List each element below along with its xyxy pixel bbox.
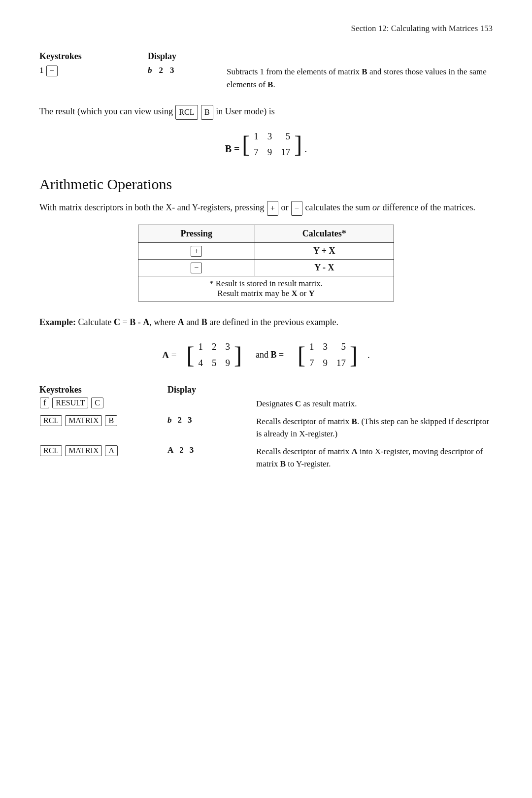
b2-r1c3: 5 (336, 339, 346, 355)
r3-d3: 3 (190, 445, 194, 455)
ops-col-pressing: Pressing (138, 225, 255, 242)
matrices-ab-row: A = [ 1 2 3 4 5 9 ] and B = [ 1 3 5 7 9 … (39, 339, 493, 371)
key-rcl-2: RCL (40, 415, 62, 426)
ops-minus-box: − (191, 263, 202, 273)
ks2-r3-disp: A 2 3 (167, 443, 256, 473)
ops-footnote: * Result is stored in result matrix. Res… (138, 276, 394, 301)
section-heading-arithmetic: Arithmetic Operations (39, 176, 493, 193)
ks2-header: Keystrokes (39, 385, 167, 395)
ks-row1-display: b 2 3 (148, 64, 227, 91)
ops-footnote-row: * Result is stored in result matrix. Res… (138, 276, 394, 301)
ks2-header-1: Keystrokes (39, 385, 82, 395)
a-r1c2: 2 (212, 339, 217, 355)
bracket-right-a: ] (234, 343, 242, 367)
ks-col-header-2: Display (148, 51, 227, 64)
ks-row1-key: 1 − (39, 64, 148, 91)
ops-key-plus: + (138, 242, 255, 259)
ks2-r1-disp (167, 395, 256, 413)
operations-table: Pressing Calculates* + Y + X − Y - X * R… (138, 225, 394, 301)
matrix-a-display: [ 1 2 3 4 5 9 ] (186, 339, 241, 371)
matrix-b-display: [ 1 3 5 7 9 17 ] (242, 129, 302, 161)
ops-col-calculates: Calculates* (255, 225, 394, 242)
ks-row1-desc: Subtracts 1 from the elements of matrix … (227, 64, 493, 91)
arithmetic-section: Arithmetic Operations With matrix descri… (39, 176, 493, 301)
b-r2c2: 9 (267, 144, 272, 160)
ops-calc-minus: Y - X (255, 259, 394, 276)
r2-d3: 3 (188, 415, 192, 425)
ops-table-head: Pressing Calculates* (138, 225, 394, 242)
display-values-1: b 2 3 (148, 66, 174, 75)
key-matrix-3: MATRIX (65, 445, 102, 456)
r2-d1: b (167, 415, 172, 425)
ks-table-2: Keystrokes Display f RESULT C D (39, 385, 493, 473)
b2-r1c1: 1 (309, 339, 314, 355)
page-header: Section 12: Calculating with Matrices 15… (39, 24, 493, 33)
disp-d1: b (148, 66, 152, 75)
example-intro: Example: Calculate C = B - A, where A an… (39, 315, 493, 330)
key-1: 1 (39, 66, 44, 75)
arithmetic-intro: With matrix descriptors in both the X- a… (39, 200, 493, 216)
key-b-2: B (105, 415, 117, 426)
ops-table-body: + Y + X − Y - X * Result is stored in re… (138, 242, 394, 301)
example-section: Example: Calculate C = B - A, where A an… (39, 315, 493, 473)
ks-col-header-1: Keystrokes (39, 51, 148, 64)
key-result: RESULT (52, 398, 88, 408)
matrix-a-label: A = (162, 350, 176, 361)
ks2-r1-key: f RESULT C (39, 395, 167, 413)
top-keystroke-section: Keystrokes Display 1 − b 2 3 Subtracts 1… (39, 51, 493, 91)
a-r2c1: 4 (198, 355, 203, 371)
key-minus-box: − (46, 66, 58, 76)
keystrokes-table-1: Keystrokes Display 1 − b 2 3 Subtracts 1… (39, 51, 493, 91)
matrix-b-eq: B = [ 1 3 5 7 9 17 ] . (39, 129, 493, 161)
ks2-header-disp: Display (167, 385, 256, 395)
a-r2c3: 9 (225, 355, 230, 371)
matrix-b-label-eq: B = (225, 143, 240, 154)
plus-key-inline: + (267, 201, 278, 216)
key-c: C (91, 398, 103, 408)
result-text-block: The result (which you can view using RCL… (39, 104, 493, 120)
header-text: Section 12: Calculating with Matrices 15… (351, 24, 493, 33)
b2-r2c3: 17 (336, 355, 346, 371)
key-matrix-2: MATRIX (65, 415, 102, 426)
ops-row-plus: + Y + X (138, 242, 394, 259)
ks2-r2-disp: b 2 3 (167, 413, 256, 443)
result-line: The result (which you can view using RCL… (39, 104, 493, 120)
keystrokes-section-2: Keystrokes Display f RESULT C D (39, 385, 493, 473)
ks2-r2-desc: Recalls descriptor of matrix B. (This st… (256, 413, 493, 443)
b-key: B (201, 105, 213, 120)
bracket-left-b2: [ (298, 343, 305, 367)
b2-r1c2: 3 (323, 339, 328, 355)
matrices-period: . (367, 350, 370, 361)
ks-col-header-3 (227, 51, 493, 64)
matrix-b2-display: [ 1 3 5 7 9 17 ] (298, 339, 358, 371)
matrix-b-grid: 1 3 5 7 9 17 (254, 129, 290, 161)
and-text: and B = (256, 350, 284, 360)
disp-d2: 2 (159, 66, 164, 75)
rcl-key: RCL (175, 105, 198, 120)
disp-d3: 3 (170, 66, 174, 75)
matrix-b-period: . (304, 143, 307, 154)
r2-d2: 2 (178, 415, 182, 425)
minus-key-inline: − (291, 201, 302, 216)
ks2-r2-key: RCL MATRIX B (39, 413, 167, 443)
ops-calc-plus: Y + X (255, 242, 394, 259)
ops-plus-box: + (191, 246, 202, 257)
a-r1c3: 3 (225, 339, 230, 355)
ks2-header-2: Display (167, 385, 196, 395)
r3-d1: A (167, 445, 173, 455)
key-rcl-3: RCL (40, 445, 62, 456)
bracket-left-1: [ (242, 133, 250, 156)
r3-d2: 2 (179, 445, 184, 455)
key-f: f (40, 398, 49, 408)
ops-row-minus: − Y - X (138, 259, 394, 276)
b-r2c1: 7 (254, 144, 259, 160)
b-r2c3: 17 (281, 144, 290, 160)
ks2-header-desc (256, 385, 493, 395)
ops-key-minus: − (138, 259, 255, 276)
bracket-right-1: ] (294, 133, 302, 156)
a-r1c1: 1 (198, 339, 203, 355)
bracket-right-b2: ] (350, 343, 358, 367)
key-a-3: A (105, 445, 118, 456)
ks2-r3-desc: Recalls descriptor of matrix A into X-re… (256, 443, 493, 473)
matrix-b2-grid: 1 3 5 7 9 17 (309, 339, 346, 371)
